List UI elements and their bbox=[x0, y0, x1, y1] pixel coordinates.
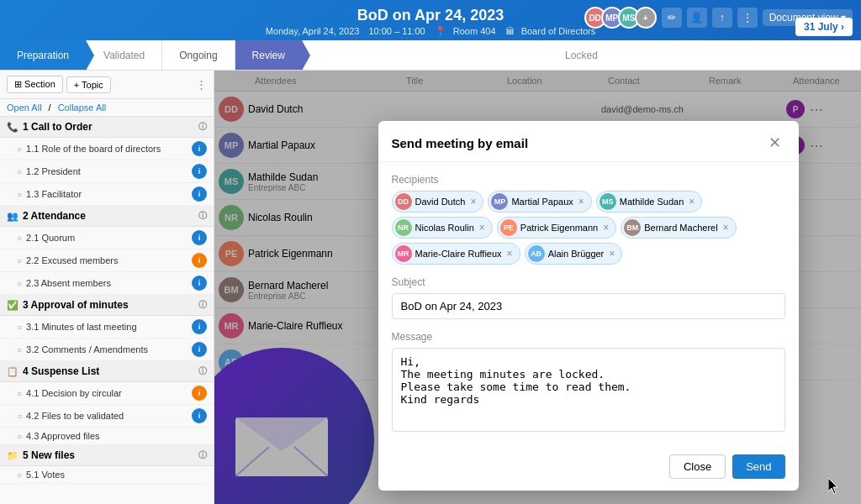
open-all-link[interactable]: Open All bbox=[7, 102, 42, 113]
recipient-chip[interactable]: DD David Dutch × bbox=[392, 191, 484, 213]
chip-remove-btn[interactable]: × bbox=[609, 248, 615, 260]
avatar-more: + bbox=[635, 7, 657, 29]
tab-preparation[interactable]: Preparation bbox=[0, 40, 87, 70]
upload-icon-btn[interactable]: ↑ bbox=[712, 8, 732, 28]
agenda-item-5-1[interactable]: ○ 5.1 Votes bbox=[0, 466, 214, 484]
section-1-header[interactable]: 📞 1 Call to Order ⓘ bbox=[0, 117, 214, 138]
header-room: Room 404 bbox=[453, 26, 496, 36]
section-3-header[interactable]: ✅ 3 Approval of minutes ⓘ bbox=[0, 295, 214, 316]
more-icon-btn[interactable]: ⋮ bbox=[737, 8, 758, 28]
agenda-item-1-3[interactable]: ○ 1.3 Facilitator i bbox=[0, 183, 214, 206]
agenda-item-3-1[interactable]: ○ 3.1 Minutes of last meeting i bbox=[0, 316, 214, 339]
chip-remove-btn[interactable]: × bbox=[470, 196, 476, 207]
chip-name: David Dutch bbox=[415, 197, 466, 207]
chip-avatar: MP bbox=[491, 193, 508, 210]
modal-header: Send meeting by email ✕ bbox=[378, 121, 799, 162]
chip-remove-btn[interactable]: × bbox=[578, 196, 584, 207]
chip-name: Bernard Macherel bbox=[644, 223, 717, 233]
recipients-label: Recipients bbox=[392, 174, 785, 186]
app-header: BoD on Apr 24, 2023 Monday, April 24, 20… bbox=[0, 0, 861, 40]
sidebar-toolbar: ⊞ Section + Topic ⋮ bbox=[0, 71, 214, 99]
agenda-item-4-1[interactable]: ○ 4.1 Decision by circular i bbox=[0, 382, 214, 405]
agenda-item-3-2[interactable]: ○ 3.2 Comments / Amendments i bbox=[0, 339, 214, 361]
tab-validated[interactable]: Validated bbox=[87, 40, 162, 70]
modal-footer: Close Send bbox=[378, 446, 799, 491]
agenda-item-4-3[interactable]: ○ 4.3 Approved files bbox=[0, 428, 214, 445]
chip-name: Patrick Eigenmann bbox=[520, 223, 598, 233]
modal-overlay: Send meeting by email ✕ Recipients DD Da… bbox=[214, 71, 861, 504]
agenda-item-4-2[interactable]: ○ 4.2 Files to be validated i bbox=[0, 405, 214, 428]
participants-avatars: DD MP MS + bbox=[584, 7, 657, 29]
message-textarea[interactable] bbox=[392, 348, 785, 432]
header-day: Monday, April 24, 2023 bbox=[266, 26, 360, 36]
chip-remove-btn[interactable]: × bbox=[723, 222, 729, 234]
recipient-chip[interactable]: MP Martial Papaux × bbox=[488, 191, 591, 213]
share-icon-btn[interactable]: 👤 bbox=[687, 8, 707, 28]
recipient-chip[interactable]: NR Nicolas Roulin × bbox=[392, 217, 493, 239]
chip-remove-btn[interactable]: × bbox=[689, 196, 695, 207]
collapse-all-link[interactable]: Collapse All bbox=[58, 102, 106, 113]
agenda-item-2-1[interactable]: ○ 2.1 Quorum i bbox=[0, 227, 214, 249]
recipient-chip[interactable]: BM Bernard Macherel × bbox=[621, 217, 736, 239]
chip-remove-btn[interactable]: × bbox=[603, 222, 609, 234]
chip-avatar: PE bbox=[500, 219, 517, 236]
chip-avatar: DD bbox=[395, 193, 412, 210]
modal-title: Send meeting by email bbox=[392, 136, 529, 150]
section-4-header[interactable]: 📋 4 Suspense List ⓘ bbox=[0, 361, 214, 382]
more-options-icon[interactable]: ⋮ bbox=[196, 78, 207, 91]
chip-name: Nicolas Roulin bbox=[415, 223, 474, 233]
chip-avatar: MS bbox=[600, 193, 616, 210]
subject-label: Subject bbox=[392, 276, 785, 288]
close-btn[interactable]: Close bbox=[669, 454, 726, 479]
agenda-item-2-3[interactable]: ○ 2.3 Absent members i bbox=[0, 272, 214, 295]
chip-avatar: AB bbox=[528, 245, 545, 262]
open-collapse-bar: Open All / Collapse All bbox=[0, 99, 214, 117]
edit-icon-btn[interactable]: ✏ bbox=[662, 8, 682, 28]
agenda-item-2-2[interactable]: ○ 2.2 Excused members i bbox=[0, 249, 214, 272]
date-nav-btn[interactable]: 31 July › bbox=[795, 18, 853, 36]
topic-btn[interactable]: + Topic bbox=[66, 76, 111, 93]
mouse-cursor bbox=[828, 478, 840, 495]
sidebar: ⊞ Section + Topic ⋮ Open All / Collapse … bbox=[0, 71, 214, 504]
send-btn[interactable]: Send bbox=[732, 454, 784, 479]
send-email-modal: Send meeting by email ✕ Recipients DD Da… bbox=[378, 121, 799, 491]
chip-name: Martial Papaux bbox=[511, 197, 573, 207]
tab-locked[interactable]: Locked bbox=[303, 40, 861, 70]
header-time: 10:00 – 11:00 bbox=[368, 26, 425, 36]
subject-input[interactable] bbox=[392, 293, 785, 319]
section-btn[interactable]: ⊞ Section bbox=[7, 76, 63, 93]
chip-name: Mathilde Sudan bbox=[620, 197, 684, 207]
chip-name: Alain Brügger bbox=[548, 249, 605, 259]
agenda-item-1-1[interactable]: ○ 1.1 Role of the board of directors i bbox=[0, 138, 214, 160]
chip-remove-btn[interactable]: × bbox=[507, 248, 513, 260]
section-2-header[interactable]: 👥 2 Attendance ⓘ bbox=[0, 206, 214, 227]
tab-review[interactable]: Review bbox=[235, 40, 303, 70]
agenda-item-1-2[interactable]: ○ 1.2 President i bbox=[0, 160, 214, 183]
modal-body: Recipients DD David Dutch × MP Martial P… bbox=[378, 162, 799, 446]
modal-close-btn[interactable]: ✕ bbox=[765, 133, 785, 153]
message-label: Message bbox=[392, 331, 785, 343]
chip-avatar: MR bbox=[395, 245, 412, 262]
chip-name: Marie-Claire Ruffieux bbox=[415, 249, 502, 259]
recipient-chip[interactable]: PE Patrick Eigenmann × bbox=[497, 217, 616, 239]
tab-ongoing[interactable]: Ongoing bbox=[162, 40, 235, 70]
content-area: Attendees Title Location Contact Remark … bbox=[214, 71, 861, 504]
recipients-area: DD David Dutch × MP Martial Papaux × MS … bbox=[392, 191, 785, 265]
recipient-chip[interactable]: MR Marie-Claire Ruffieux × bbox=[392, 243, 520, 265]
chip-avatar: NR bbox=[395, 219, 412, 236]
chip-avatar: BM bbox=[624, 219, 641, 236]
recipient-chip[interactable]: AB Alain Brügger × bbox=[525, 243, 623, 265]
chip-remove-btn[interactable]: × bbox=[479, 222, 485, 234]
section-5-header[interactable]: 📁 5 New files ⓘ bbox=[0, 445, 214, 466]
tab-bar: Preparation Validated Ongoing Review Loc… bbox=[0, 40, 861, 71]
recipient-chip[interactable]: MS Mathilde Sudan × bbox=[596, 191, 702, 213]
